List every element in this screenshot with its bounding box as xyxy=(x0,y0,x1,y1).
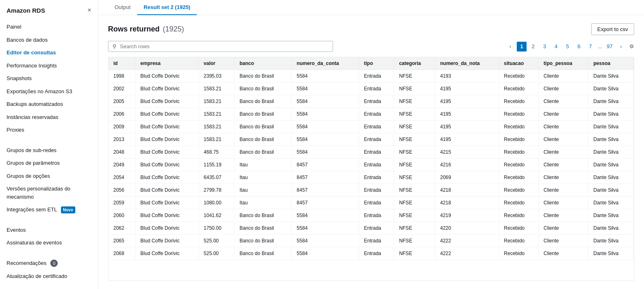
cell-categoria: NFSE xyxy=(394,235,435,247)
cell-numero_da_conta: 5584 xyxy=(292,235,359,247)
cell-empresa: Blud Coffe Dorivic xyxy=(135,159,199,171)
table-row[interactable]: 2002Blud Coffe Dorivic1583.21Banco do Br… xyxy=(108,83,634,95)
sidebar-item-editor[interactable]: Editor de consultas xyxy=(0,46,98,59)
cell-valor: 1583.21 xyxy=(198,133,234,146)
table-row[interactable]: 1998Blud Coffe Dorivic2395.03Banco do Br… xyxy=(108,70,634,83)
tab-result-set[interactable]: Result set 2 (1925) xyxy=(137,0,197,15)
sidebar-item-snapshots[interactable]: Snapshots xyxy=(0,72,98,85)
search-input[interactable] xyxy=(120,43,329,49)
cell-situacao: Recebido xyxy=(499,70,538,83)
cell-numero_da_nota: 4195 xyxy=(435,121,499,133)
table-row[interactable]: 2013Blud Coffe Dorivic1583.21Banco do Br… xyxy=(108,133,634,146)
cell-numero_da_conta: 5584 xyxy=(292,222,359,235)
sidebar-item-proxies[interactable]: Proxies xyxy=(0,123,98,137)
cell-numero_da_conta: 5584 xyxy=(292,108,359,121)
cell-empresa: Blud Coffe Dorivic xyxy=(135,209,199,222)
sidebar-item-painel[interactable]: Painel xyxy=(0,20,98,34)
cell-situacao: Recebido xyxy=(499,95,538,108)
sidebar-item-assinaturas[interactable]: Assinaturas de eventos xyxy=(0,236,98,249)
sidebar-item-exportacoes[interactable]: Exportações no Amazon S3 xyxy=(0,85,98,98)
page-5-button[interactable]: 5 xyxy=(563,42,572,52)
cell-categoria: NFSE xyxy=(394,95,435,108)
cell-banco: Banco do Brasil xyxy=(234,83,292,95)
table-row[interactable]: 2068Blud Coffe Dorivic525.00Banco do Bra… xyxy=(108,247,634,260)
sidebar-item-grupos-opcoes[interactable]: Grupos de opções xyxy=(0,170,98,183)
col-situacao: situacao xyxy=(499,57,538,70)
table-row[interactable]: 2059Blud Coffe Dorivic1080.00Itau8457Ent… xyxy=(108,197,634,209)
sidebar-item-eventos[interactable]: Eventos xyxy=(0,224,98,237)
sidebar-item-grupos-sub-redes[interactable]: Grupos de sub-redes xyxy=(0,144,98,157)
settings-icon[interactable]: ⚙ xyxy=(629,43,634,49)
col-banco: banco xyxy=(234,57,292,70)
page-2-button[interactable]: 2 xyxy=(528,42,538,52)
page-6-button[interactable]: 6 xyxy=(574,42,584,52)
cell-numero_da_nota: 4195 xyxy=(435,95,499,108)
table-row[interactable]: 2056Blud Coffe Dorivic2799.78Itau8457Ent… xyxy=(108,184,634,197)
sidebar-item-grupos-parametros[interactable]: Grupos de parâmetros xyxy=(0,157,98,170)
cell-tipo_pessoa: Cliente xyxy=(538,209,588,222)
cell-id: 2065 xyxy=(108,235,135,247)
cell-pessoa: Dante Silva xyxy=(588,197,634,209)
table-row[interactable]: 2065Blud Coffe Dorivic525.00Banco do Bra… xyxy=(108,235,634,247)
table-row[interactable]: 2060Blud Coffe Dorivic1041.62Banco do Br… xyxy=(108,209,634,222)
cell-situacao: Recebido xyxy=(499,247,538,260)
export-csv-button[interactable]: Export to csv xyxy=(591,23,634,35)
close-button[interactable]: × xyxy=(88,7,91,14)
sidebar-item-atualizacao[interactable]: Atualização de certificado xyxy=(0,270,98,283)
cell-pessoa: Dante Silva xyxy=(588,146,634,159)
page-3-button[interactable]: 3 xyxy=(540,42,549,52)
cell-empresa: Blud Coffe Dorivic xyxy=(135,171,199,184)
cell-banco: Banco do Brasil xyxy=(234,146,292,159)
cell-banco: Banco do Brasil xyxy=(234,108,292,121)
cell-banco: Banco do Brasil xyxy=(234,209,292,222)
table-row[interactable]: 2062Blud Coffe Dorivic1750.00Banco do Br… xyxy=(108,222,634,235)
table-row[interactable]: 2006Blud Coffe Dorivic1583.21Banco do Br… xyxy=(108,108,634,121)
table-row[interactable]: 2009Blud Coffe Dorivic1583.21Banco do Br… xyxy=(108,121,634,133)
cell-empresa: Blud Coffe Dorivic xyxy=(135,146,199,159)
cell-numero_da_conta: 5584 xyxy=(292,95,359,108)
cell-tipo: Entrada xyxy=(359,159,394,171)
tab-output[interactable]: Output xyxy=(108,0,137,15)
cell-valor: 1583.21 xyxy=(198,95,234,108)
page-4-button[interactable]: 4 xyxy=(551,42,561,52)
cell-numero_da_nota: 4195 xyxy=(435,83,499,95)
cell-situacao: Recebido xyxy=(499,108,538,121)
sidebar-item-versoes[interactable]: Versões personalizadas do mecanismo xyxy=(0,182,98,203)
cell-pessoa: Dante Silva xyxy=(588,247,634,260)
sidebar-item-integracoes[interactable]: Integrações sem ETL Novo xyxy=(0,203,98,216)
page-last-button[interactable]: 97 xyxy=(605,42,615,52)
cell-id: 1998 xyxy=(108,70,135,83)
page-7-button[interactable]: 7 xyxy=(585,42,595,52)
cell-situacao: Recebido xyxy=(499,159,538,171)
table-row[interactable]: 2005Blud Coffe Dorivic1583.21Banco do Br… xyxy=(108,95,634,108)
table-row[interactable]: 2054Blud Coffe Dorivic6435.07Itau8457Ent… xyxy=(108,171,634,184)
prev-page-button[interactable]: ‹ xyxy=(505,42,515,52)
cell-situacao: Recebido xyxy=(499,222,538,235)
cell-tipo: Entrada xyxy=(359,171,394,184)
cell-valor: 525.00 xyxy=(198,235,234,247)
table-row[interactable]: 2049Blud Coffe Dorivic1155.19Itau8457Ent… xyxy=(108,159,634,171)
cell-tipo_pessoa: Cliente xyxy=(538,222,588,235)
cell-numero_da_conta: 5584 xyxy=(292,247,359,260)
table-row[interactable]: 2048Blud Coffe Dorivic468.75Banco do Bra… xyxy=(108,146,634,159)
cell-id: 2056 xyxy=(108,184,135,197)
recomendacoes-badge: 0 xyxy=(50,260,58,267)
sidebar-item-recomendacoes[interactable]: Recomendações 0 xyxy=(0,257,98,270)
cell-id: 2049 xyxy=(108,159,135,171)
page-1-button[interactable]: 1 xyxy=(517,42,527,52)
col-valor: valor xyxy=(198,57,234,70)
cell-numero_da_conta: 5584 xyxy=(292,121,359,133)
cell-situacao: Recebido xyxy=(499,197,538,209)
sidebar-item-performance[interactable]: Performance Insights xyxy=(0,59,98,72)
cell-id: 2002 xyxy=(108,83,135,95)
next-page-button[interactable]: › xyxy=(616,42,626,52)
sidebar-item-backups[interactable]: Backups automatizados xyxy=(0,98,98,111)
data-table-container[interactable]: id empresa valor banco numero_da_conta t… xyxy=(108,57,634,281)
sidebar-item-instancias[interactable]: Instâncias reservadas xyxy=(0,111,98,124)
cell-situacao: Recebido xyxy=(499,184,538,197)
search-box[interactable]: ⚲ xyxy=(108,41,333,52)
cell-categoria: NFSE xyxy=(394,209,435,222)
cell-empresa: Blud Coffe Dorivic xyxy=(135,121,199,133)
cell-banco: Banco do Brasil xyxy=(234,247,292,260)
sidebar-item-bancos[interactable]: Bancos de dados xyxy=(0,34,98,47)
